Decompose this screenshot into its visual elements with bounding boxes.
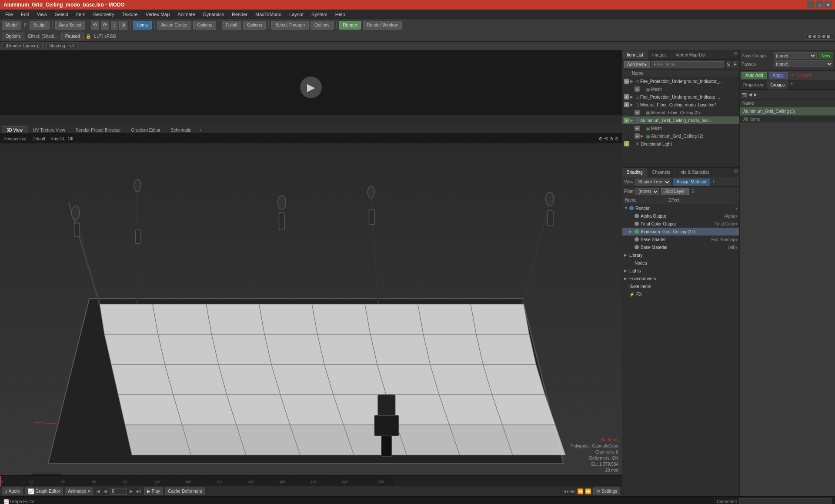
list-item[interactable]: ● ▶ ⊡ Fire_Protection_Underground_Indica…: [622, 93, 739, 101]
add-tab-btn[interactable]: +: [197, 126, 205, 133]
action-center-btn[interactable]: Action Center: [157, 21, 192, 30]
menu-animate[interactable]: Animate: [174, 11, 198, 18]
list-item[interactable]: ● ▶ ⊡ Fire_Protection_Underground_Indica…: [622, 77, 739, 85]
auto-add-btn[interactable]: Auto Add: [741, 72, 767, 79]
menu-system[interactable]: System: [308, 11, 331, 18]
vis-toggle[interactable]: ●: [635, 126, 640, 131]
menu-layout[interactable]: Layout: [286, 11, 307, 18]
vis-toggle[interactable]: ●: [635, 86, 640, 92]
tab-info-statistics[interactable]: Info & Statistics: [675, 168, 714, 177]
tab-render-preset[interactable]: Render Preset Browser: [71, 126, 126, 133]
paused-btn[interactable]: Paused: [61, 33, 84, 40]
transform-btn4[interactable]: ⊕: [119, 21, 127, 30]
assign-material-btn[interactable]: Assign Material: [673, 179, 710, 186]
expand-icon[interactable]: ▶: [629, 229, 635, 234]
list-item[interactable]: ● ▣ Mesh: [622, 85, 739, 93]
vis-toggle[interactable]: ●: [624, 94, 629, 99]
expand-btn[interactable]: ▶: [630, 79, 635, 83]
tab-uv-texture[interactable]: UV Texture View: [28, 126, 70, 133]
audio-btn[interactable]: ♪ Audio: [2, 487, 23, 495]
shading-expand-icon[interactable]: ⊞: [732, 168, 739, 177]
options-btn3[interactable]: Options: [311, 21, 333, 30]
settings-btn[interactable]: ⚙ Settings: [593, 487, 620, 495]
graph-editor-btn[interactable]: 📈 Graph Editor: [25, 487, 63, 495]
expand-icon[interactable]: ⊞: [732, 50, 739, 60]
options-btn1[interactable]: Options: [193, 21, 216, 30]
vis-toggle[interactable]: ●: [624, 102, 629, 107]
render-window-btn[interactable]: Render Window: [363, 21, 401, 30]
sculpt-btn[interactable]: Sculpt: [30, 21, 50, 30]
menu-help[interactable]: Help: [332, 11, 349, 18]
list-item[interactable]: ● ▶ ⊡ Aluminum_Grid_Ceiling_modo_bas ...: [622, 116, 739, 124]
shader-row[interactable]: Alpha Output Alpha ▾: [622, 212, 739, 220]
tab-groups[interactable]: Groups: [767, 80, 789, 90]
render-btn[interactable]: Render: [339, 21, 361, 30]
menu-dynamics[interactable]: Dynamics: [200, 11, 227, 18]
shader-row[interactable]: ▶ Environments: [622, 275, 739, 282]
menu-view[interactable]: View: [33, 11, 51, 18]
render-camera-btn[interactable]: (Render Camera): [3, 43, 43, 49]
tab-vertex-map-list[interactable]: Vertex Map List: [671, 50, 711, 60]
transform-btn2[interactable]: ⟳: [101, 21, 109, 30]
shader-row[interactable]: Bake Items: [622, 282, 739, 290]
vis-toggle[interactable]: ●: [624, 141, 629, 146]
auto-select-btn[interactable]: Auto Select: [55, 21, 85, 30]
menu-render[interactable]: Render: [228, 11, 251, 18]
apply-btn[interactable]: Apply: [769, 72, 788, 79]
shader-row[interactable]: ▼ Render ▾: [622, 204, 739, 212]
close-btn[interactable]: ✕: [825, 1, 832, 8]
filter-s-btn[interactable]: S: [726, 62, 731, 68]
menu-item[interactable]: Item: [73, 11, 89, 18]
menu-edit[interactable]: Edit: [17, 11, 33, 18]
select-through-btn[interactable]: Select Through: [271, 21, 309, 30]
expand-icon[interactable]: ▶: [624, 269, 629, 273]
items-btn[interactable]: Items: [133, 21, 151, 30]
shader-row[interactable]: ▶ Library: [622, 251, 739, 259]
shader-row[interactable]: Nodes: [622, 259, 739, 267]
menu-geometry[interactable]: Geometry: [90, 11, 117, 18]
pass-groups-select[interactable]: (none): [774, 52, 817, 59]
shader-row[interactable]: ▶ Lights: [622, 267, 739, 275]
filter-select[interactable]: (none): [635, 188, 659, 195]
frame-input[interactable]: [110, 488, 127, 495]
list-item[interactable]: ● ▶ ▣ Aluminum_Grid_Ceiling (2): [622, 132, 739, 140]
command-input[interactable]: [739, 498, 832, 504]
filter-items-input[interactable]: [651, 61, 724, 68]
options-label[interactable]: Options: [2, 33, 24, 40]
tab-gradient-editor[interactable]: Gradient Editor: [127, 126, 165, 133]
list-item[interactable]: ● ▶ ⊡ Mineral_Fiber_Ceiling_modo_base.lx…: [622, 101, 739, 109]
filter-f-btn[interactable]: F: [733, 62, 738, 68]
list-item[interactable]: ● ▣ Mesh: [622, 124, 739, 132]
tab-channels[interactable]: Channels: [648, 168, 675, 177]
expand-icon[interactable]: ▶: [624, 253, 629, 257]
falloff-btn[interactable]: Falloff: [222, 21, 241, 30]
play-btn[interactable]: ▶ Play: [144, 487, 163, 495]
menu-texture[interactable]: Texture: [119, 11, 141, 18]
group-item[interactable]: Aluminum_Grid_Ceiling (3): [740, 107, 835, 115]
shader-row[interactable]: Final Color Output Final Color ▾: [622, 220, 739, 228]
vis-toggle[interactable]: ●: [624, 79, 629, 84]
vis-toggle[interactable]: ●: [635, 110, 640, 115]
play-preview-btn[interactable]: ▶: [300, 76, 322, 98]
tab-images[interactable]: Images: [648, 50, 671, 60]
menu-vertex-map[interactable]: Vertex Map: [142, 11, 174, 18]
frp-plus-btn[interactable]: +: [788, 80, 795, 90]
add-item-btn[interactable]: Add Item ▾: [624, 61, 650, 68]
tab-properties[interactable]: Properties: [740, 80, 767, 90]
expand-icon[interactable]: ▶: [624, 276, 629, 281]
shader-row[interactable]: ⚡ FX: [622, 290, 739, 298]
tab-shading[interactable]: Shading: [622, 168, 648, 177]
animated-btn[interactable]: Animated ▾: [65, 487, 93, 495]
discard-btn[interactable]: ✕ Discard: [789, 72, 813, 79]
model-btn[interactable]: Model: [2, 21, 21, 30]
vis-toggle[interactable]: ●: [624, 118, 629, 123]
menu-maxtomodo[interactable]: MaxToModo: [252, 11, 285, 18]
shader-row[interactable]: Base Shader Full Shading ▾: [622, 235, 739, 243]
expand-btn[interactable]: ▶: [630, 95, 635, 99]
transform-btn3[interactable]: ↕: [111, 21, 118, 30]
maximize-btn[interactable]: □: [816, 1, 823, 8]
options-btn2[interactable]: Options: [243, 21, 266, 30]
shader-tree-select[interactable]: Shader Tree: [635, 179, 671, 186]
tab-3d-view[interactable]: 3D View: [2, 126, 27, 133]
tab-item-list[interactable]: Item List: [622, 50, 648, 60]
